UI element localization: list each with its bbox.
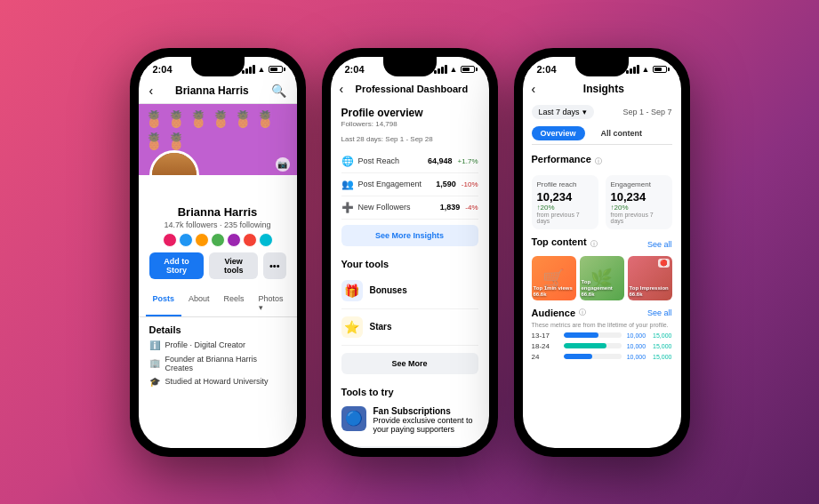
bar-2-3 — [441, 67, 444, 74]
action-buttons: Add to Story View tools ••• — [149, 252, 286, 279]
age-val-teal-1824: 15,000 — [653, 343, 671, 349]
bar-3-1 — [626, 70, 629, 74]
audience-sub: These metrics are from the lifetime of y… — [532, 322, 672, 328]
tab-reels[interactable]: Reels — [217, 290, 252, 316]
school-icon: 🎓 — [149, 377, 160, 387]
bar-2-2 — [438, 68, 440, 74]
perf-reach-value: 10,234 — [537, 190, 593, 204]
detail-founder-text: Founder at Brianna Harris Creates — [165, 355, 286, 372]
reach-icon: 🌐 — [341, 156, 354, 167]
detail-education: 🎓 Studied at Howard University — [149, 377, 286, 387]
bar-2-4 — [445, 65, 447, 74]
age-row-2534: 24 10,000 15,000 — [532, 353, 672, 361]
status-icons-1: ▲ — [242, 65, 283, 74]
metric-engagement-left: 👥 Post Engagement — [341, 179, 422, 190]
cover-camera-icon[interactable]: 📷 — [276, 157, 290, 172]
age-row-1317: 13-17 10,000 15,000 — [532, 332, 672, 340]
bar-3-3 — [633, 67, 636, 74]
avatar-6 — [243, 233, 257, 247]
add-to-story-button[interactable]: Add to Story — [149, 252, 205, 279]
cover-photo: 🍍 🍍 🍍 🍍 🍍 🍍 🍍 🍍 — [139, 104, 297, 175]
dashboard-nav: ‹ Professional Dashboard — [331, 78, 489, 100]
filter-label: Last 7 days — [539, 108, 580, 116]
wifi-icon-2: ▲ — [450, 65, 458, 74]
bonuses-icon-box: 🎁 — [341, 280, 363, 301]
your-tools-header: Your tools — [341, 259, 478, 269]
time-1: 2:04 — [153, 64, 173, 75]
wifi-icon-1: ▲ — [258, 65, 266, 74]
perf-card-reach: Profile reach 10,234 ↑20% from previous … — [532, 175, 598, 229]
more-button[interactable]: ••• — [263, 252, 286, 279]
tool-bonuses: 🎁 Bonuses — [341, 273, 478, 309]
dashboard-content: Profile overview Followers: 14,798 Last … — [331, 100, 489, 448]
search-icon-1[interactable]: 🔍 — [271, 84, 286, 98]
reach-label: Post Reach — [358, 156, 400, 165]
top-content-see-all[interactable]: See all — [647, 240, 672, 249]
time-2: 2:04 — [345, 64, 365, 75]
profile-info: Brianna Harris 14.7k followers · 235 fol… — [139, 175, 297, 290]
profile-tabs: Posts About Reels Photos ▾ — [139, 290, 297, 317]
age-val-blue-2534: 10,000 — [627, 354, 646, 360]
profile-nav-title: Brianna Harris — [153, 84, 270, 97]
fan-sub-icon: 🔵 — [341, 406, 366, 431]
see-more-tools-button[interactable]: See More — [341, 353, 478, 374]
age-row-1824: 18-24 10,000 15,000 — [532, 342, 672, 350]
tab-all-content[interactable]: All content — [592, 126, 652, 140]
date-range-label: Sep 1 - Sep 7 — [622, 108, 671, 116]
tab-overview[interactable]: Overview — [532, 126, 585, 140]
metric-followers-right: 1,839 -4% — [440, 203, 478, 212]
info-icon: ℹ️ — [149, 340, 160, 350]
building-icon: 🏢 — [149, 358, 160, 368]
age-label-2534: 24 — [532, 353, 558, 361]
perf-engagement-change: ↑20% — [611, 204, 667, 212]
phone-profile: 2:04 ▲ ‹ Brianna Harris 🔍 — [130, 48, 306, 457]
engagement-icon: 👥 — [341, 179, 354, 190]
top-content-title: Top content — [532, 236, 587, 247]
metric-followers-left: ➕ New Followers — [341, 202, 411, 213]
see-more-insights-button[interactable]: See More Insights — [341, 225, 478, 246]
phone-dashboard: 2:04 ▲ ‹ Professional Dashboard — [322, 48, 498, 457]
followers-icon: ➕ — [341, 202, 354, 213]
view-tools-button[interactable]: View tools — [209, 252, 257, 279]
profile-picture-container: 📷 — [149, 150, 199, 175]
phone-insights: 2:04 ▲ ‹ Insights — [514, 48, 690, 457]
perf-reach-label: Profile reach — [537, 180, 593, 188]
tab-photos[interactable]: Photos ▾ — [252, 290, 291, 316]
date-filter-button[interactable]: Last 7 days ▾ — [532, 105, 594, 119]
engagement-value: 1,590 — [436, 180, 456, 188]
wifi-icon-3: ▲ — [642, 65, 650, 74]
age-bar-1824 — [564, 343, 622, 348]
thumb-label-3: Top Impression66.6k — [630, 285, 670, 298]
tab-about[interactable]: About — [181, 290, 217, 316]
dashboard-date: Last 28 days: Sep 1 - Sep 28 — [341, 135, 478, 143]
age-val-teal-2534: 15,000 — [653, 354, 671, 360]
reach-value: 64,948 — [428, 156, 453, 165]
avatar-2 — [179, 233, 193, 247]
age-label-1824: 18-24 — [532, 342, 558, 350]
performance-grid: Profile reach 10,234 ↑20% from previous … — [532, 175, 672, 229]
profile-name: Brianna Harris — [149, 205, 286, 219]
followers-change: -4% — [465, 204, 478, 212]
metric-engagement-right: 1,590 -10% — [436, 180, 478, 188]
audience-header: Audience ⓘ See all — [532, 308, 672, 318]
reach-change: +1.7% — [458, 157, 478, 165]
age-bar-blue-1317 — [564, 332, 598, 338]
notch-1 — [191, 57, 245, 76]
see-more-ttt-button[interactable]: See More — [341, 446, 478, 448]
tab-posts[interactable]: Posts — [146, 290, 182, 316]
age-values-1824: 10,000 15,000 — [627, 343, 672, 349]
stars-label: Stars — [370, 322, 392, 332]
bar-3-2 — [630, 68, 632, 74]
time-3: 2:04 — [537, 64, 557, 75]
phone-profile-screen: 2:04 ▲ ‹ Brianna Harris 🔍 — [139, 57, 297, 448]
perf-reach-sub: from previous 7 days — [537, 212, 593, 224]
tools-to-try-title: Tools to try — [341, 387, 394, 397]
phone-dashboard-screen: 2:04 ▲ ‹ Professional Dashboard — [331, 57, 489, 448]
followers-label: New Followers — [358, 203, 411, 212]
metric-reach-left: 🌐 Post Reach — [341, 156, 400, 167]
bar-3-4 — [637, 65, 639, 74]
dashboard-followers: Followers: 14,798 — [341, 120, 478, 128]
audience-see-all[interactable]: See all — [647, 308, 672, 317]
fan-sub-text: Fan Subscriptions Provide exclusive cont… — [373, 406, 478, 434]
age-bar-teal-1824 — [564, 343, 607, 348]
